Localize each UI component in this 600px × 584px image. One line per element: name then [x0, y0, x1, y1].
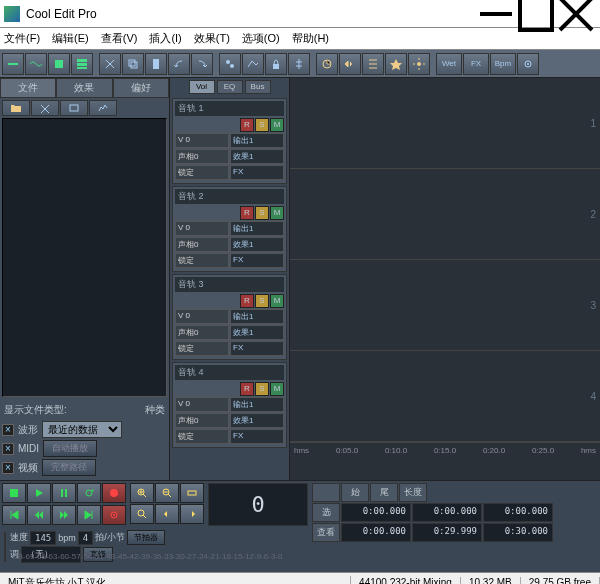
zoom-full-button[interactable]	[180, 483, 204, 503]
file-spectral-icon[interactable]	[89, 100, 117, 116]
track-fxbtn[interactable]: FX	[230, 165, 284, 180]
track-mute[interactable]: M	[270, 206, 284, 220]
zoom-left-button[interactable]	[155, 504, 179, 524]
menu-view[interactable]: 查看(V)	[101, 31, 138, 46]
track-solo[interactable]: S	[255, 118, 269, 132]
track-out[interactable]: 输出1	[230, 309, 284, 324]
cb-wave[interactable]: ×	[2, 424, 14, 436]
btn-autoplay[interactable]: 自动播放	[43, 440, 97, 457]
track-lock[interactable]: 锁定	[175, 429, 229, 444]
track-pan[interactable]: 声相0	[175, 149, 229, 164]
track-rec[interactable]: R	[240, 206, 254, 220]
waveform-area[interactable]: 1 2 3 4 hms 0:05.0 0:10.0 0:15.0 0:20.0 …	[290, 78, 600, 480]
sel-len[interactable]: 0:00.000	[483, 503, 553, 522]
track-rec[interactable]: R	[240, 118, 254, 132]
tab-effects[interactable]: 效果	[56, 78, 112, 98]
track-fxbtn[interactable]: FX	[230, 341, 284, 356]
track-lock[interactable]: 锁定	[175, 341, 229, 356]
file-close-icon[interactable]	[31, 100, 59, 116]
menu-options[interactable]: 选项(O)	[242, 31, 280, 46]
track-vol[interactable]: V 0	[175, 221, 229, 236]
tool-multitrack[interactable]	[71, 53, 93, 75]
track-out[interactable]: 输出1	[230, 133, 284, 148]
zoom-in-button[interactable]	[130, 483, 154, 503]
tool-snap[interactable]	[288, 53, 310, 75]
track-pan[interactable]: 声相0	[175, 237, 229, 252]
menu-insert[interactable]: 插入(I)	[149, 31, 181, 46]
sel-end[interactable]: 0:00.000	[412, 503, 482, 522]
track-lock[interactable]: 锁定	[175, 165, 229, 180]
track-out[interactable]: 输出1	[230, 397, 284, 412]
track-title[interactable]: 音轨 4	[175, 365, 284, 380]
track-title[interactable]: 音轨 3	[175, 277, 284, 292]
play-button[interactable]	[27, 483, 51, 503]
track-vol[interactable]: V 0	[175, 133, 229, 148]
track-lock[interactable]: 锁定	[175, 253, 229, 268]
file-open-icon[interactable]	[2, 100, 30, 116]
track-solo[interactable]: S	[255, 206, 269, 220]
track-pan[interactable]: 声相0	[175, 325, 229, 340]
tool-group[interactable]	[219, 53, 241, 75]
punch-button[interactable]	[102, 505, 126, 525]
cb-video[interactable]: ×	[2, 462, 14, 474]
tool-effect-3[interactable]	[362, 53, 384, 75]
tool-save[interactable]	[48, 53, 70, 75]
tool-paste[interactable]	[145, 53, 167, 75]
tool-open[interactable]	[25, 53, 47, 75]
timeline[interactable]: hms 0:05.0 0:10.0 0:15.0 0:20.0 0:25.0 h…	[290, 442, 600, 458]
tool-wet[interactable]: Wet	[436, 53, 462, 75]
track-fxbtn[interactable]: FX	[230, 253, 284, 268]
sel-begin[interactable]: 0:00.000	[341, 503, 411, 522]
go-start-button[interactable]	[2, 505, 26, 525]
track-fx[interactable]: 效果1	[230, 149, 284, 164]
metronome-button[interactable]: 节拍器	[127, 530, 165, 545]
zoom-sel-button[interactable]	[130, 504, 154, 524]
record-button[interactable]	[102, 483, 126, 503]
track-vol[interactable]: V 0	[175, 397, 229, 412]
file-list[interactable]	[2, 118, 167, 397]
track-fx[interactable]: 效果1	[230, 413, 284, 428]
trackctl-eq[interactable]: EQ	[217, 80, 243, 94]
go-end-button[interactable]	[77, 505, 101, 525]
menu-edit[interactable]: 编辑(E)	[52, 31, 89, 46]
recent-select[interactable]: 最近的数据	[42, 421, 122, 438]
file-edit-icon[interactable]	[60, 100, 88, 116]
cb-midi[interactable]: ×	[2, 443, 14, 455]
track-rec[interactable]: R	[240, 382, 254, 396]
track-mute[interactable]: M	[270, 382, 284, 396]
tool-settings[interactable]	[517, 53, 539, 75]
tempo-beats[interactable]: 4	[78, 531, 93, 545]
tool-effect-2[interactable]	[339, 53, 361, 75]
tempo-bpm[interactable]: 145	[30, 531, 56, 545]
tool-undo[interactable]	[168, 53, 190, 75]
track-fxbtn[interactable]: FX	[230, 429, 284, 444]
tool-copy[interactable]	[122, 53, 144, 75]
track-solo[interactable]: S	[255, 382, 269, 396]
rewind-button[interactable]	[27, 505, 51, 525]
track-fx[interactable]: 效果1	[230, 237, 284, 252]
menu-effects[interactable]: 效果(T)	[194, 31, 230, 46]
track-fx[interactable]: 效果1	[230, 325, 284, 340]
forward-button[interactable]	[52, 505, 76, 525]
track-title[interactable]: 音轨 1	[175, 101, 284, 116]
track-out[interactable]: 输出1	[230, 221, 284, 236]
trackctl-vol[interactable]: Vol	[189, 80, 215, 94]
track-pan[interactable]: 声相0	[175, 413, 229, 428]
tool-env[interactable]	[242, 53, 264, 75]
tool-lock[interactable]	[265, 53, 287, 75]
tab-favorites[interactable]: 偏好	[113, 78, 169, 98]
tool-bpm[interactable]: Bpm	[490, 53, 516, 75]
btn-fullpath[interactable]: 完整路径	[42, 459, 96, 476]
track-solo[interactable]: S	[255, 294, 269, 308]
tab-file[interactable]: 文件	[0, 78, 56, 98]
close-button[interactable]	[556, 1, 596, 27]
track-vol[interactable]: V 0	[175, 309, 229, 324]
tool-cut[interactable]	[99, 53, 121, 75]
minimize-button[interactable]	[476, 1, 516, 27]
track-rec[interactable]: R	[240, 294, 254, 308]
stop-button[interactable]	[2, 483, 26, 503]
pause-button[interactable]	[52, 483, 76, 503]
zoom-out-button[interactable]	[155, 483, 179, 503]
menu-file[interactable]: 文件(F)	[4, 31, 40, 46]
track-title[interactable]: 音轨 2	[175, 189, 284, 204]
